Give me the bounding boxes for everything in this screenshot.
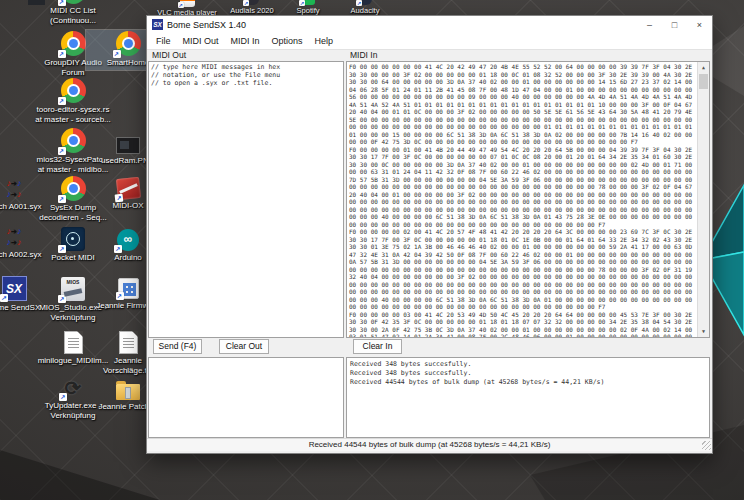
chrome-icon: ↗ — [61, 78, 86, 103]
firmware-icon: ↗ — [118, 278, 139, 299]
clear-in-button[interactable]: Clear In — [353, 339, 402, 354]
vlc-icon: ↗ — [180, 0, 195, 7]
midi-out-comment-line: // type here MIDI messages in hex — [151, 63, 341, 71]
hex-line: 04 06 28 5F 01 24 01 11 2B 41 45 08 7F 0… — [349, 86, 709, 94]
menu-item[interactable]: File — [150, 36, 177, 46]
desktop-icon-label: MIDI-OX — [112, 201, 143, 211]
hex-line: 30 30 00 2A 0F 42 75 3B 0C 3D 0A 37 40 0… — [349, 326, 709, 334]
send-button[interactable]: Send (F4) — [153, 339, 202, 354]
hex-line: 7D 57 5B 31 3D 00 00 00 00 00 00 00 04 5… — [349, 176, 709, 184]
audials-icon: ↗ — [245, 0, 259, 5]
hex-line: 47 32 4E 31 0A 42 04 39 42 50 0F 08 7F 0… — [349, 251, 709, 259]
scroll-down-icon[interactable]: ▼ — [698, 326, 709, 337]
midi-in-log[interactable]: Received 348 bytes succesfully.Received … — [346, 357, 710, 438]
hex-line: F0 00 00 00 00 02 00 41 4C 20 57 4F 48 4… — [349, 228, 709, 236]
midi-out-textarea[interactable]: // type here MIDI messages in hex// nota… — [148, 61, 344, 338]
hex-line: 30 30 00 00 00 3F 02 00 00 00 00 00 01 1… — [349, 71, 709, 79]
hex-line: 00 00 00 40 00 00 00 00 6C 51 38 3D 0A 6… — [349, 296, 709, 304]
desktop-icon-tooro-editor-sysex[interactable]: ↗tooro-editor-sysex.rs at master - sourc… — [31, 77, 115, 126]
window-title: Bome SendSX 1.40 — [167, 20, 246, 30]
pocketmidi-icon: ↗ — [61, 227, 85, 251]
midi-in-scrollbar[interactable]: ▲ ▼ — [697, 62, 709, 337]
menu-item[interactable]: Options — [266, 36, 309, 46]
shortcut-arrow-icon: ↗ — [58, 97, 66, 105]
desktop-icon-label: SmartHome — [107, 58, 150, 68]
hex-line: 00 00 00 00 00 00 00 00 00 00 00 00 00 0… — [349, 198, 709, 206]
audacity-icon: ↗ — [358, 0, 372, 5]
shortcut-arrow-icon: ↗ — [116, 292, 124, 300]
hex-line: 20 40 04 00 01 01 0C 00 00 00 3F 02 00 0… — [349, 108, 709, 116]
desktop-icon-label: Arduino — [114, 253, 142, 263]
hex-line: 00 00 00 00 00 00 00 00 00 00 00 00 00 0… — [349, 303, 709, 311]
hex-line: 00 00 63 31 01 24 04 11 42 32 0F 08 7F 0… — [349, 168, 709, 176]
midi-notes-icon: ♪➔♪♪➔♪ — [1, 178, 27, 200]
hex-line: 56 00 00 00 00 00 00 00 00 00 00 09 00 0… — [349, 93, 709, 101]
shortcut-arrow-icon: ↗ — [299, 0, 305, 6]
shortcut-arrow-icon: ↗ — [243, 0, 249, 6]
client-area: MIDI Out MIDI In // type here MIDI messa… — [147, 50, 712, 451]
shortcut-arrow-icon: ↗ — [58, 0, 66, 6]
desktop-icon-label: MIDI CC List (Continuou... — [50, 6, 96, 25]
chrome-icon: ↗ — [116, 31, 141, 56]
hex-line: 00 00 00 00 00 00 00 00 00 00 00 00 00 0… — [349, 221, 709, 229]
desktop-icon-midi-cc-list[interactable]: ↗MIDI CC List (Continuou... — [31, 0, 115, 27]
hex-line: 00 00 00 00 00 00 00 00 00 00 00 00 00 0… — [349, 288, 709, 296]
chrome-icon: ↗ — [61, 0, 86, 4]
spotify-icon: ↗ — [301, 0, 315, 5]
hex-line: 32 40 04 00 00 00 00 00 00 00 3F 02 00 0… — [349, 273, 709, 281]
shortcut-arrow-icon: ↗ — [114, 194, 123, 203]
menu-item[interactable]: MIDI Out — [177, 36, 225, 46]
hex-line: 00 00 00 00 00 00 00 00 00 00 00 00 00 0… — [349, 266, 709, 274]
app-icon: SX — [152, 19, 163, 30]
received-message: Received 348 bytes succesfully. — [350, 369, 706, 378]
hex-line: 00 00 00 00 00 00 00 00 00 00 00 00 00 0… — [349, 206, 709, 214]
hex-line: 01 00 00 00 15 00 00 00 00 6C 51 38 3D 0… — [349, 131, 709, 139]
midi-notes-icon: ♪➔♪♪➔♪ — [1, 226, 27, 248]
midiox-icon: ↗ — [115, 177, 140, 200]
close-button[interactable]: × — [687, 16, 712, 33]
shortcut-arrow-icon: ↗ — [58, 147, 66, 155]
hex-line: 30 30 0F 42 35 3F 0C 00 00 00 00 00 01 1… — [349, 318, 709, 326]
shortcut-arrow-icon: ↗ — [113, 50, 121, 58]
shortcut-arrow-icon: ↗ — [114, 245, 122, 253]
received-message: Received 44544 bytes of bulk dump (at 45… — [350, 378, 706, 387]
document-icon — [119, 331, 138, 354]
shortcut-arrow-icon: ↗ — [0, 294, 8, 302]
hex-line: 00 00 00 00 00 00 00 00 00 00 00 00 00 0… — [349, 281, 709, 289]
chrome-icon: ↗ — [61, 176, 86, 201]
hex-line: F0 00 00 00 00 01 00 41 4B 20 44 49 47 4… — [349, 146, 709, 154]
updater-icon: ⟳↗ — [62, 377, 84, 399]
folder-icon — [116, 384, 140, 400]
arduino-icon: ∞↗ — [117, 229, 139, 251]
midi-in-textarea[interactable]: F0 00 00 00 00 00 00 41 4C 20 42 49 47 2… — [346, 61, 710, 338]
midi-out-log[interactable] — [148, 357, 344, 438]
midi-out-comment-line: // notation, or use the File menu — [151, 71, 341, 79]
hex-line: 20 40 04 00 01 00 00 00 00 00 3F 02 00 0… — [349, 191, 709, 199]
scroll-thumb[interactable] — [699, 74, 708, 89]
sendsx-window: SX Bome SendSX 1.40 – □ × FileMIDI OutMI… — [146, 15, 713, 454]
menu-item[interactable]: Help — [309, 36, 340, 46]
chrome-icon: ↗ — [61, 128, 86, 153]
menu-item[interactable]: MIDI In — [225, 36, 266, 46]
maximize-button[interactable]: □ — [662, 16, 687, 33]
menu-bar: FileMIDI OutMIDI InOptionsHelp — [147, 33, 712, 50]
shortcut-arrow-icon: ↗ — [58, 245, 66, 253]
scroll-up-icon[interactable]: ▲ — [698, 62, 709, 73]
midi-out-header: MIDI Out — [148, 50, 344, 61]
shortcut-arrow-icon: ↗ — [58, 50, 66, 58]
hex-line: 5E 00 00 00 00 00 00 00 00 00 00 00 00 0… — [349, 116, 709, 124]
status-text: Received 44544 bytes of bulk dump (at 45… — [309, 440, 551, 449]
minimize-button[interactable]: – — [637, 16, 662, 33]
clear-out-button[interactable]: Clear Out — [219, 339, 269, 354]
titlebar[interactable]: SX Bome SendSX 1.40 – □ × — [147, 16, 712, 33]
shortcut-arrow-icon: ↗ — [59, 393, 67, 401]
hex-line: 00 00 00 40 00 00 00 00 6C 51 38 3D 0A 6… — [349, 213, 709, 221]
received-message: Received 348 bytes succesfully. — [350, 360, 706, 369]
hex-line: 0A 57 5B 31 3D 00 00 00 00 00 00 00 04 5… — [349, 258, 709, 266]
hex-line: 30 30 17 7F 00 3F 0C 00 00 00 00 00 01 1… — [349, 236, 709, 244]
desktop-icon-audacity[interactable]: ↗Audacity — [320, 0, 410, 16]
hex-line: 4A 51 4A 52 4A 51 01 01 01 01 01 01 01 0… — [349, 101, 709, 109]
resize-grip-icon[interactable] — [702, 441, 711, 450]
hex-line: F0 00 00 00 00 03 00 41 4C 20 53 49 4D 5… — [349, 311, 709, 319]
sendsx-icon: SX↗ — [2, 276, 27, 301]
